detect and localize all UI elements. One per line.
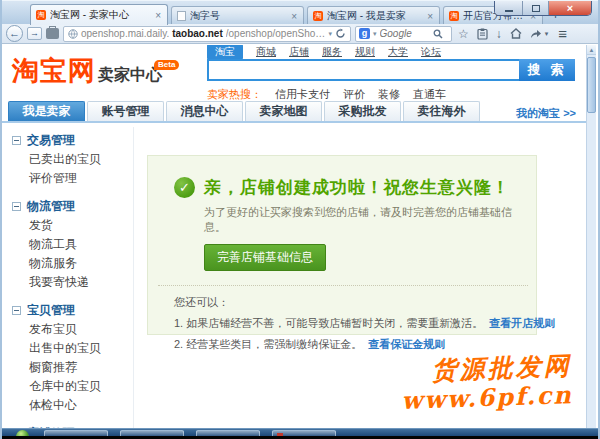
sidebar-item-items-on-sale[interactable]: 出售中的宝贝 xyxy=(2,339,133,358)
nav-tab-sell-abroad[interactable]: 卖往海外 xyxy=(403,101,480,121)
collapse-icon[interactable] xyxy=(12,136,21,145)
url-prefix: openshop.mai.daily. xyxy=(81,28,169,39)
success-subtitle: 为了更好的让买家搜索到您的店铺，请及时完善您的店铺基础信息。 xyxy=(204,205,516,235)
tab-close-icon[interactable]: × xyxy=(154,10,162,21)
sidebar-item-window-recommend[interactable]: 橱窗推荐 xyxy=(2,358,133,377)
hot-link-credit-card[interactable]: 信用卡支付 xyxy=(275,87,330,102)
minimize-button[interactable] xyxy=(495,1,523,15)
toolbar-icons: ☆ ↓ ▾ ≡ xyxy=(458,25,567,42)
collapse-icon[interactable] xyxy=(12,202,21,211)
sidebar-item-ship[interactable]: 发货 xyxy=(2,216,133,235)
sidebar-item-logistics-tools[interactable]: 物流工具 xyxy=(2,235,133,254)
close-button[interactable]: × xyxy=(549,1,591,15)
navigation-toolbar: ← → openshop.mai.daily.taobao.net/opensh… xyxy=(2,24,598,44)
sidebar-item-publish-item[interactable]: 发布宝贝 xyxy=(2,320,133,339)
deposit-rules-link[interactable]: 查看保证金规则 xyxy=(368,338,445,350)
section-title: 物流管理 xyxy=(27,198,75,215)
sidebar-section-items: 宝贝管理 发布宝贝 出售中的宝贝 橱窗推荐 仓库中的宝贝 体检中心 xyxy=(2,300,133,415)
main-nav-tabs: 我是卖家 账号管理 消息中心 卖家地图 采购批发 卖往海外 xyxy=(2,101,586,123)
sidebar-section-header[interactable]: 交易管理 xyxy=(2,130,133,150)
menu-icon[interactable]: ≡ xyxy=(558,25,567,42)
sidebar: 交易管理 已卖出的宝贝 评价管理 物流管理 发货 物流工具 物流服务 我要寄快递… xyxy=(2,127,134,429)
nav-tab-wholesale[interactable]: 采购批发 xyxy=(324,101,401,121)
seller-center-label: 卖家中心 xyxy=(98,65,162,86)
nav-tab-i-am-seller[interactable]: 我是卖家 xyxy=(8,101,85,121)
browser-window: 淘 淘宝网 - 卖家中心 × 淘字号 × 淘 淘宝网 - 我是卖家 × 淘 开店… xyxy=(0,0,600,439)
sidebar-item-health-center[interactable]: 体检中心 xyxy=(2,396,133,415)
sidebar-section-header[interactable]: 物流管理 xyxy=(2,196,133,216)
section-title: 交易管理 xyxy=(27,132,75,149)
open-shop-rules-link[interactable]: 查看开店规则 xyxy=(489,317,555,329)
bookmarks-menu-icon[interactable] xyxy=(477,28,488,40)
taobao-favicon: 淘 xyxy=(36,10,46,20)
nav-tab-messages[interactable]: 消息中心 xyxy=(166,101,243,121)
sidebar-item-logistics-service[interactable]: 物流服务 xyxy=(2,254,133,273)
share-plugin-icon[interactable] xyxy=(530,29,542,39)
browser-tab-taozihao[interactable]: 淘字号 × xyxy=(171,6,304,25)
search-tab-university[interactable]: 大学 xyxy=(388,45,408,59)
complete-shop-info-button[interactable]: 完善店铺基础信息 xyxy=(204,244,326,271)
taobao-search-input[interactable] xyxy=(207,59,519,81)
search-category-tabs: 淘宝 商城 店铺 服务 规则 大学 论坛 xyxy=(207,45,441,58)
section-title: 宝贝管理 xyxy=(27,302,75,319)
search-icon[interactable] xyxy=(433,29,443,39)
downloads-icon[interactable]: ↓ xyxy=(496,28,502,40)
search-tab-service[interactable]: 服务 xyxy=(322,45,342,59)
taobao-favicon: 淘 xyxy=(313,11,323,21)
reload-icon[interactable] xyxy=(335,28,346,39)
site-logo[interactable]: 淘宝网 卖家中心 Beta xyxy=(12,53,187,89)
tab-close-icon[interactable]: × xyxy=(426,11,434,22)
urlbar-dropdown-icon[interactable]: ▾ xyxy=(328,30,332,38)
search-tab-shop[interactable]: 店铺 xyxy=(289,45,309,59)
scrollbar-thumb[interactable] xyxy=(587,57,596,113)
search-tab-mall[interactable]: 商城 xyxy=(256,45,276,59)
hot-link-zhitongche[interactable]: 直通车 xyxy=(413,87,446,102)
sidebar-item-items-in-stock[interactable]: 仓库中的宝贝 xyxy=(2,377,133,396)
sidebar-section-trade: 交易管理 已卖出的宝贝 评价管理 xyxy=(2,130,133,188)
windows-taskbar xyxy=(2,428,598,436)
search-tab-rules[interactable]: 规则 xyxy=(355,45,375,59)
sidebar-item-rating-mgmt[interactable]: 评价管理 xyxy=(2,169,133,188)
more-options-title: 您还可以： xyxy=(174,295,516,310)
taobao-logo-text: 淘宝网 xyxy=(12,53,96,89)
forward-button[interactable]: → xyxy=(27,27,42,40)
taobao-favicon: 淘 xyxy=(449,11,459,21)
back-button[interactable]: ← xyxy=(6,25,23,42)
search-tab-forum[interactable]: 论坛 xyxy=(421,45,441,59)
bookmark-star-icon[interactable]: ☆ xyxy=(458,28,469,40)
success-row: ✓ 亲，店铺创建成功啦！祝您生意兴隆！ xyxy=(174,176,516,199)
dotted-divider xyxy=(158,285,528,286)
sidebar-section-logistics: 物流管理 发货 物流工具 物流服务 我要寄快递 xyxy=(2,196,133,292)
sidebar-item-sold-items[interactable]: 已卖出的宝贝 xyxy=(2,150,133,169)
scroll-up-icon[interactable]: ▲ xyxy=(587,45,596,55)
tab-title: 淘宝网 - 卖家中心 xyxy=(50,8,150,22)
address-bar[interactable]: openshop.mai.daily.taobao.net/openshop/o… xyxy=(63,26,351,42)
engine-dropdown-icon[interactable]: ▾ xyxy=(373,30,377,38)
recent-pages-icon[interactable] xyxy=(46,28,59,39)
my-taobao-link[interactable]: 我的淘宝 >> xyxy=(516,106,576,121)
hot-link-rating[interactable]: 评价 xyxy=(343,87,365,102)
window-controls: × xyxy=(494,1,592,16)
browser-search-box[interactable]: g ▾ xyxy=(355,26,452,42)
maximize-button[interactable] xyxy=(523,1,549,15)
page-content: 淘宝网 卖家中心 Beta 淘宝 商城 店铺 服务 规则 大学 论坛 搜 索 卖… xyxy=(2,45,586,429)
success-panel: ✓ 亲，店铺创建成功啦！祝您生意兴隆！ 为了更好的让买家搜索到您的店铺，请及时完… xyxy=(147,155,537,335)
google-engine-icon[interactable]: g xyxy=(359,28,370,39)
nav-tab-account[interactable]: 账号管理 xyxy=(87,101,164,121)
search-button[interactable]: 搜 索 xyxy=(519,59,575,81)
collapse-icon[interactable] xyxy=(12,306,21,315)
sidebar-section-header[interactable]: 宝贝管理 xyxy=(2,300,133,320)
nav-tab-seller-map[interactable]: 卖家地图 xyxy=(245,101,322,121)
hot-search-row: 卖家热搜： 信用卡支付 评价 装修 直通车 xyxy=(207,87,446,102)
vertical-scrollbar[interactable]: ▲ xyxy=(586,45,596,429)
browser-tab-seller-center[interactable]: 淘 淘宝网 - 卖家中心 × xyxy=(30,4,168,25)
share-dropdown-icon[interactable]: ▾ xyxy=(545,30,549,38)
search-tab-taobao[interactable]: 淘宝 xyxy=(207,45,243,60)
browser-tab-i-am-seller[interactable]: 淘 淘宝网 - 我是卖家 × xyxy=(307,6,440,25)
home-icon[interactable] xyxy=(510,28,522,39)
browser-search-input[interactable] xyxy=(380,28,430,39)
hot-link-decorate[interactable]: 装修 xyxy=(378,87,400,102)
hot-search-label: 卖家热搜： xyxy=(207,87,262,102)
tab-close-icon[interactable]: × xyxy=(290,11,298,22)
sidebar-item-send-express[interactable]: 我要寄快递 xyxy=(2,273,133,292)
